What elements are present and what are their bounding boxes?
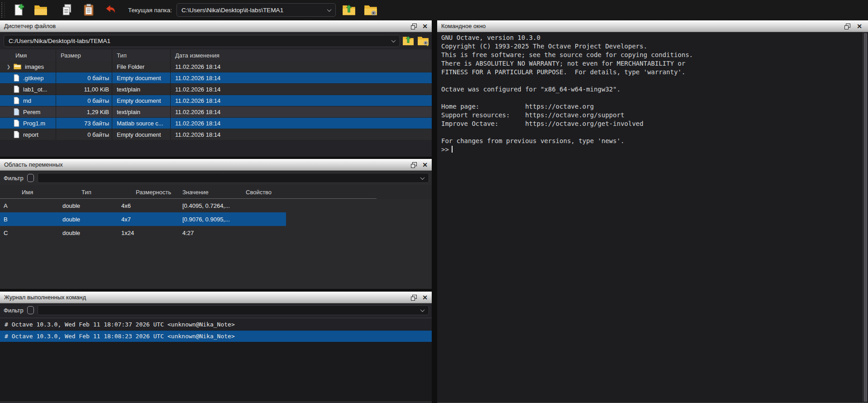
command-history-panel: Журнал выполненных команд ✕ Фильтр # Oct… — [0, 292, 432, 403]
file-row[interactable]: report0 байтыEmpty document11.02.2026 18… — [0, 129, 432, 140]
file-name: lab1_ot... — [23, 86, 48, 93]
file-type: Empty document — [112, 129, 171, 140]
text-cursor — [452, 146, 453, 153]
files-column-header[interactable]: Имя — [0, 49, 56, 61]
variable-row[interactable]: Bdouble4x7[0.9076, 0.9095,... — [0, 212, 286, 226]
file-row[interactable]: Perem1,29 KiBtext/plain11.02.2026 18:14 — [0, 106, 432, 118]
variable-row[interactable]: Cdouble1x244:27 — [0, 226, 286, 240]
variable-dims: 4x6 — [118, 202, 179, 209]
folder-up-button[interactable] — [341, 2, 357, 18]
panel-title: Командное окно — [441, 23, 486, 29]
undock-icon — [411, 24, 417, 29]
filter-checkbox[interactable] — [27, 174, 34, 182]
file-icon — [14, 131, 19, 138]
file-browser-path-combobox[interactable]: C:/Users/Nika/Desktop/it-labs/TEMA1 — [4, 35, 400, 47]
dir-actions-button[interactable] — [416, 34, 430, 48]
history-entry[interactable]: # Octave 10.3.0, Wed Feb 11 18:08:23 202… — [0, 331, 432, 342]
toolbar-drag-handle[interactable] — [1, 2, 5, 18]
expand-chevron-icon[interactable]: ❯ — [4, 64, 14, 69]
variable-dims: 1x24 — [118, 230, 179, 236]
file-browser-path-row: C:/Users/Nika/Desktop/it-labs/TEMA1 — [0, 32, 432, 49]
file-browser-path: C:/Users/Nika/Desktop/it-labs/TEMA1 — [9, 38, 392, 44]
file-browser-titlebar: Диспетчер файлов ✕ — [0, 20, 432, 32]
command-window-titlebar: Командное окно ✕ — [437, 20, 868, 32]
scrollbar-thumb[interactable] — [864, 33, 867, 402]
undo-icon — [104, 4, 117, 16]
file-row[interactable]: Prog1.m73 байтыMatlab source c...11.02.2… — [0, 118, 432, 129]
folder-gear-icon — [417, 35, 429, 46]
file-icon — [14, 108, 19, 115]
close-icon: ✕ — [857, 23, 862, 30]
undo-button[interactable] — [103, 2, 118, 18]
variable-value: [0.4095, 0.7264,... — [179, 202, 242, 209]
folder-up-icon — [342, 4, 356, 16]
workspace-column-header[interactable]: Тип — [59, 189, 118, 196]
filter-combobox[interactable] — [38, 173, 429, 183]
command-window-panel: Командное окно ✕ GNU Octave, version 10.… — [437, 20, 868, 403]
file-name: report — [23, 131, 38, 138]
filter-label: Фильтр — [4, 307, 24, 314]
close-icon: ✕ — [422, 294, 428, 301]
prompt-line[interactable]: >> — [437, 145, 863, 154]
chevron-down-icon — [391, 38, 396, 43]
file-date: 11.02.2026 18:14 — [171, 106, 432, 117]
close-panel-button[interactable]: ✕ — [855, 22, 864, 30]
files-column-header[interactable]: Тип — [112, 49, 171, 61]
dir-up-button[interactable] — [401, 34, 415, 48]
file-type: text/plain — [112, 84, 171, 95]
file-icon — [14, 74, 19, 82]
workspace-column-header[interactable]: Имя — [0, 189, 59, 196]
browse-folder-button[interactable] — [363, 2, 378, 18]
close-icon: ✕ — [422, 23, 428, 30]
close-panel-button[interactable]: ✕ — [420, 22, 429, 30]
copy-button[interactable] — [59, 2, 75, 18]
history-list: # Octave 10.3.0, Wed Feb 11 18:07:37 202… — [0, 318, 432, 402]
variable-value: 4:27 — [179, 230, 242, 236]
vertical-scrollbar[interactable] — [863, 32, 868, 403]
files-column-header[interactable]: Размер — [56, 49, 112, 61]
file-date: 11.02.2026 18:14 — [171, 129, 432, 140]
paste-button[interactable] — [81, 2, 96, 18]
undock-icon — [411, 295, 417, 301]
filter-combobox[interactable] — [38, 305, 429, 315]
variable-value: [0.9076, 0.9095,... — [179, 216, 242, 223]
workspace-table-header: ИмяТипРазмерностьЗначениеСвойство — [0, 185, 432, 199]
file-name: Perem — [23, 109, 40, 115]
current-folder-label: Текущая папка: — [128, 7, 172, 14]
new-script-button[interactable] — [11, 2, 27, 18]
undock-icon — [844, 24, 850, 29]
open-folder-button[interactable] — [33, 2, 48, 18]
undock-panel-button[interactable] — [843, 22, 852, 30]
variable-type: double — [59, 216, 118, 223]
variable-name: B — [0, 216, 59, 223]
command-window-output[interactable]: GNU Octave, version 10.3.0 Copyright (C)… — [437, 32, 863, 403]
file-size — [56, 61, 112, 72]
variable-name: C — [0, 230, 59, 236]
history-entry[interactable]: # Octave 10.3.0, Wed Feb 11 18:07:37 202… — [0, 319, 432, 331]
workspace-panel: Область переменных ✕ Фильтр ИмяТипРазмер… — [0, 159, 432, 289]
file-row[interactable]: .gitkeep0 байтыEmpty document11.02.2026 … — [0, 72, 432, 84]
undock-panel-button[interactable] — [409, 22, 418, 30]
undock-panel-button[interactable] — [409, 161, 418, 169]
folder-icon — [14, 63, 21, 70]
command-window-text: GNU Octave, version 10.3.0 Copyright (C)… — [437, 32, 863, 145]
current-folder-combobox[interactable]: C:\Users\Nika\Desktop\it-labs\TEMA1 — [176, 3, 336, 17]
file-row[interactable]: ❯imagesFile Folder11.02.2026 18:14 — [0, 61, 432, 72]
close-icon: ✕ — [422, 161, 428, 168]
workspace-column-header[interactable]: Размерность — [118, 189, 179, 196]
close-panel-button[interactable]: ✕ — [420, 161, 429, 169]
variable-row[interactable]: Adouble4x6[0.4095, 0.7264,... — [0, 199, 286, 212]
file-icon — [14, 97, 19, 104]
file-row[interactable]: md0 байтыEmpty document11.02.2026 18:14 — [0, 95, 432, 106]
workspace-column-header[interactable]: Свойство — [242, 189, 432, 196]
panel-title: Область переменных — [4, 161, 63, 168]
file-size: 0 байты — [56, 95, 112, 106]
files-column-header[interactable]: Дата изменения — [171, 49, 432, 61]
close-panel-button[interactable]: ✕ — [420, 293, 429, 302]
filter-checkbox[interactable] — [27, 306, 34, 314]
workspace-column-header[interactable]: Значение — [179, 189, 242, 196]
file-row[interactable]: lab1_ot...11,00 KiBtext/plain11.02.2026 … — [0, 84, 432, 95]
file-icon — [14, 86, 19, 93]
history-filter-row: Фильтр — [0, 303, 432, 317]
undock-panel-button[interactable] — [409, 293, 418, 302]
